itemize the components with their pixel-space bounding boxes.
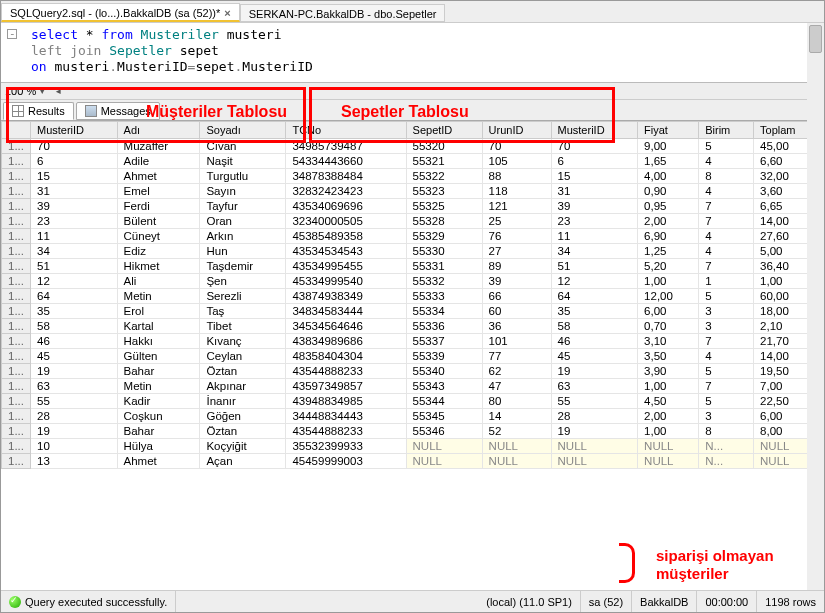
cell[interactable]: 46 (551, 334, 638, 349)
cell[interactable]: NULL (406, 439, 482, 454)
column-header[interactable]: Adı (117, 122, 200, 139)
cell[interactable]: Bahar (117, 364, 200, 379)
cell[interactable]: 70 (482, 139, 551, 154)
cell[interactable]: 2,00 (638, 409, 699, 424)
cell[interactable]: Serezli (200, 289, 286, 304)
cell[interactable]: 4 (699, 244, 754, 259)
cell[interactable]: NULL (638, 454, 699, 469)
cell[interactable]: 55330 (406, 244, 482, 259)
cell[interactable]: 43597349857 (286, 379, 406, 394)
cell[interactable]: 43534534543 (286, 244, 406, 259)
cell[interactable]: 55328 (406, 214, 482, 229)
cell[interactable]: 2,00 (638, 214, 699, 229)
cell[interactable]: 34 (551, 244, 638, 259)
tab-query[interactable]: SQLQuery2.sql - (lo...).BakkalDB (sa (52… (1, 3, 240, 22)
chevron-down-icon[interactable]: ▼ (38, 87, 46, 96)
tab-messages[interactable]: Messages (76, 102, 160, 120)
cell[interactable]: 9,00 (638, 139, 699, 154)
cell[interactable]: Cıvan (200, 139, 286, 154)
sql-editor[interactable]: select * from Musteriler musteri left jo… (1, 23, 824, 83)
column-header[interactable] (2, 122, 31, 139)
table-row[interactable]: 1...55Kadirİnanır439488349855534480554,5… (2, 394, 824, 409)
table-row[interactable]: 1...58KartalTibet345345646465533636580,7… (2, 319, 824, 334)
cell[interactable]: 60 (482, 304, 551, 319)
cell[interactable]: 88 (482, 169, 551, 184)
table-row[interactable]: 1...19BaharÖztan435448882335534062193,90… (2, 364, 824, 379)
cell[interactable]: Şen (200, 274, 286, 289)
cell[interactable]: 64 (30, 289, 117, 304)
cell[interactable]: Cüneyt (117, 229, 200, 244)
cell[interactable]: 23 (30, 214, 117, 229)
row-header[interactable]: 1... (2, 214, 31, 229)
cell[interactable]: 3 (699, 304, 754, 319)
cell[interactable]: 105 (482, 154, 551, 169)
cell[interactable]: 64 (551, 289, 638, 304)
cell[interactable]: 0,90 (638, 184, 699, 199)
cell[interactable]: Göğen (200, 409, 286, 424)
cell[interactable]: Ceylan (200, 349, 286, 364)
cell[interactable]: 7 (699, 214, 754, 229)
cell[interactable]: 55343 (406, 379, 482, 394)
cell[interactable]: 8 (699, 424, 754, 439)
cell[interactable]: Coşkun (117, 409, 200, 424)
cell[interactable]: 7 (699, 379, 754, 394)
cell[interactable]: 4 (699, 349, 754, 364)
table-row[interactable]: 1...15AhmetTurgutlu348783884845532288154… (2, 169, 824, 184)
cell[interactable]: 11 (30, 229, 117, 244)
cell[interactable]: 45334999540 (286, 274, 406, 289)
cell[interactable]: 51 (30, 259, 117, 274)
cell[interactable]: 12 (551, 274, 638, 289)
cell[interactable]: 48358404304 (286, 349, 406, 364)
cell[interactable]: 13 (30, 454, 117, 469)
cell[interactable]: 1,00 (638, 274, 699, 289)
table-row[interactable]: 1...31EmelSayın3283242342355323118310,90… (2, 184, 824, 199)
row-header[interactable]: 1... (2, 154, 31, 169)
cell[interactable]: Adile (117, 154, 200, 169)
table-row[interactable]: 1...11CüneytArkın453854893585532976116,9… (2, 229, 824, 244)
cell[interactable]: Tibet (200, 319, 286, 334)
cell[interactable]: 1,65 (638, 154, 699, 169)
cell[interactable]: 45 (30, 349, 117, 364)
cell[interactable]: Hülya (117, 439, 200, 454)
row-header[interactable]: 1... (2, 379, 31, 394)
row-header[interactable]: 1... (2, 259, 31, 274)
cell[interactable]: 7 (699, 334, 754, 349)
cell[interactable]: 8 (699, 169, 754, 184)
cell[interactable]: Açan (200, 454, 286, 469)
cell[interactable]: 6,00 (638, 304, 699, 319)
cell[interactable]: 46 (30, 334, 117, 349)
cell[interactable]: 43544888233 (286, 364, 406, 379)
cell[interactable]: 31 (551, 184, 638, 199)
column-header[interactable]: MusteriID (551, 122, 638, 139)
cell[interactable]: Metin (117, 289, 200, 304)
cell[interactable]: Hakkı (117, 334, 200, 349)
row-header[interactable]: 1... (2, 169, 31, 184)
cell[interactable]: 43534069696 (286, 199, 406, 214)
row-header[interactable]: 1... (2, 334, 31, 349)
cell[interactable]: 6,90 (638, 229, 699, 244)
cell[interactable]: 19 (551, 424, 638, 439)
column-header[interactable]: TCNo (286, 122, 406, 139)
table-row[interactable]: 1...6AdileNaşit543344436605532110561,654… (2, 154, 824, 169)
cell[interactable]: 27 (482, 244, 551, 259)
table-row[interactable]: 1...28CoşkunGöğen344488344435534514282,0… (2, 409, 824, 424)
cell[interactable]: 4 (699, 154, 754, 169)
cell[interactable]: 39 (482, 274, 551, 289)
cell[interactable]: 77 (482, 349, 551, 364)
table-row[interactable]: 1...64MetinSerezli4387493834955333666412… (2, 289, 824, 304)
cell[interactable]: Taşdemir (200, 259, 286, 274)
cell[interactable]: 4,00 (638, 169, 699, 184)
cell[interactable]: İnanır (200, 394, 286, 409)
row-header[interactable]: 1... (2, 139, 31, 154)
cell[interactable]: Emel (117, 184, 200, 199)
row-header[interactable]: 1... (2, 349, 31, 364)
cell[interactable]: 45385489358 (286, 229, 406, 244)
cell[interactable]: 55 (30, 394, 117, 409)
zoom-value[interactable]: 100 % (5, 85, 36, 97)
table-row[interactable]: 1...46HakkıKıvanç4383498968655337101463,… (2, 334, 824, 349)
cell[interactable]: Arkın (200, 229, 286, 244)
cell[interactable]: 62 (482, 364, 551, 379)
cell[interactable]: 118 (482, 184, 551, 199)
cell[interactable]: 5 (699, 364, 754, 379)
cell[interactable]: 51 (551, 259, 638, 274)
